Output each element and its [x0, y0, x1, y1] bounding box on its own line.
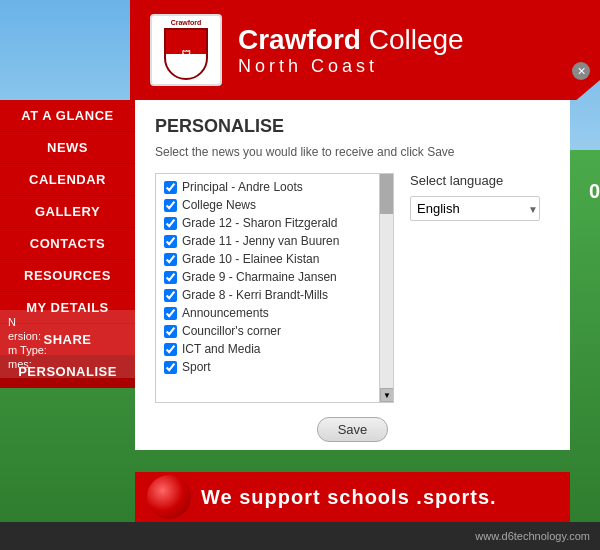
sidebar-item-calendar[interactable]: CALENDAR: [0, 164, 135, 196]
checkbox-announcements[interactable]: [164, 307, 177, 320]
language-select-wrapper: English Afrikaans Zulu Xhosa ▼: [410, 196, 540, 221]
sidebar-item-gallery[interactable]: GALLERY: [0, 196, 135, 228]
checklist-label-announcements: Announcements: [182, 306, 269, 320]
page-subtitle: Select the news you would like to receiv…: [155, 145, 550, 159]
checkbox-grade12[interactable]: [164, 217, 177, 230]
sidebar-item-resources[interactable]: RESOURCES: [0, 260, 135, 292]
main-content: PERSONALISE Select the news you would li…: [135, 100, 570, 450]
language-label: Select language: [410, 173, 550, 188]
checkbox-grade11[interactable]: [164, 235, 177, 248]
college-name-normal: College: [361, 24, 464, 55]
badge-number: 0: [589, 180, 600, 203]
checkbox-principal[interactable]: [164, 181, 177, 194]
checklist-label-grade9: Grade 9 - Charmaine Jansen: [182, 270, 337, 284]
college-name-bold: Crawford: [238, 24, 361, 55]
checklist-label-grade8: Grade 8 - Kerri Brandt-Mills: [182, 288, 328, 302]
save-button[interactable]: Save: [317, 417, 389, 442]
sidebar-item-news[interactable]: NEWS: [0, 132, 135, 164]
checkbox-ict-media[interactable]: [164, 343, 177, 356]
checklist-item-sport: Sport: [160, 358, 389, 376]
checkbox-grade10[interactable]: [164, 253, 177, 266]
checklist-item-grade10: Grade 10 - Elainee Kistan: [160, 250, 389, 268]
scrollbar-thumb[interactable]: [380, 174, 394, 214]
header-title: Crawford College North Coast: [238, 24, 464, 77]
checklist-items: Principal - Andre LootsCollege NewsGrade…: [160, 178, 389, 376]
checklist-item-grade11: Grade 11 - Jenny van Buuren: [160, 232, 389, 250]
checklist-item-grade12: Grade 12 - Sharon Fitzgerald: [160, 214, 389, 232]
checkbox-grade9[interactable]: [164, 271, 177, 284]
checklist-label-college-news: College News: [182, 198, 256, 212]
checklist-label-sport: Sport: [182, 360, 211, 374]
checklist-item-ict-media: ICT and Media: [160, 340, 389, 358]
footer-text: We support schools .sports.: [201, 486, 497, 509]
page-title: PERSONALISE: [155, 116, 550, 137]
college-location: North Coast: [238, 56, 464, 77]
checkbox-councillors-corner[interactable]: [164, 325, 177, 338]
checklist-item-councillors-corner: Councillor's corner: [160, 322, 389, 340]
content-body: Principal - Andre LootsCollege NewsGrade…: [155, 173, 550, 403]
checklist-item-announcements: Announcements: [160, 304, 389, 322]
footer-ball-icon: [147, 475, 191, 519]
info-line-2: ersion:: [8, 330, 127, 342]
checklist-item-college-news: College News: [160, 196, 389, 214]
language-select[interactable]: English Afrikaans Zulu Xhosa: [410, 196, 540, 221]
info-line-3: m Type:: [8, 344, 127, 356]
checklist-item-grade9: Grade 9 - Charmaine Jansen: [160, 268, 389, 286]
checklist-label-grade10: Grade 10 - Elainee Kistan: [182, 252, 319, 266]
checkbox-sport[interactable]: [164, 361, 177, 374]
checkbox-grade8[interactable]: [164, 289, 177, 302]
checklist-container: Principal - Andre LootsCollege NewsGrade…: [155, 173, 394, 403]
checkbox-college-news[interactable]: [164, 199, 177, 212]
sidebar-item-at-a-glance[interactable]: AT A GLANCE: [0, 100, 135, 132]
checklist-item-principal: Principal - Andre Loots: [160, 178, 389, 196]
checklist-label-grade12: Grade 12 - Sharon Fitzgerald: [182, 216, 337, 230]
checklist-item-grade8: Grade 8 - Kerri Brandt-Mills: [160, 286, 389, 304]
language-area: Select language English Afrikaans Zulu X…: [410, 173, 550, 403]
save-area: Save: [155, 417, 550, 442]
scroll-down-arrow[interactable]: ▼: [380, 388, 394, 402]
bottom-bar: www.d6technology.com: [0, 522, 600, 550]
footer-banner: We support schools .sports.: [135, 472, 570, 522]
checklist-label-ict-media: ICT and Media: [182, 342, 261, 356]
info-line-1: N: [8, 316, 127, 328]
info-line-4: mes:: [8, 358, 127, 370]
college-logo: Crawford 🛡: [150, 14, 222, 86]
checklist-area[interactable]: Principal - Andre LootsCollege NewsGrade…: [155, 173, 394, 403]
scrollbar[interactable]: ▲ ▼: [379, 174, 393, 402]
checklist-label-grade11: Grade 11 - Jenny van Buuren: [182, 234, 339, 248]
checklist-label-councillors-corner: Councillor's corner: [182, 324, 281, 338]
info-panel: N ersion: m Type: mes:: [0, 310, 135, 378]
sidebar-item-contacts[interactable]: CONTACTS: [0, 228, 135, 260]
close-button[interactable]: ✕: [572, 62, 590, 80]
header-banner: Crawford 🛡 Crawford College North Coast: [130, 0, 600, 100]
checklist-label-principal: Principal - Andre Loots: [182, 180, 303, 194]
website-url: www.d6technology.com: [475, 530, 590, 542]
